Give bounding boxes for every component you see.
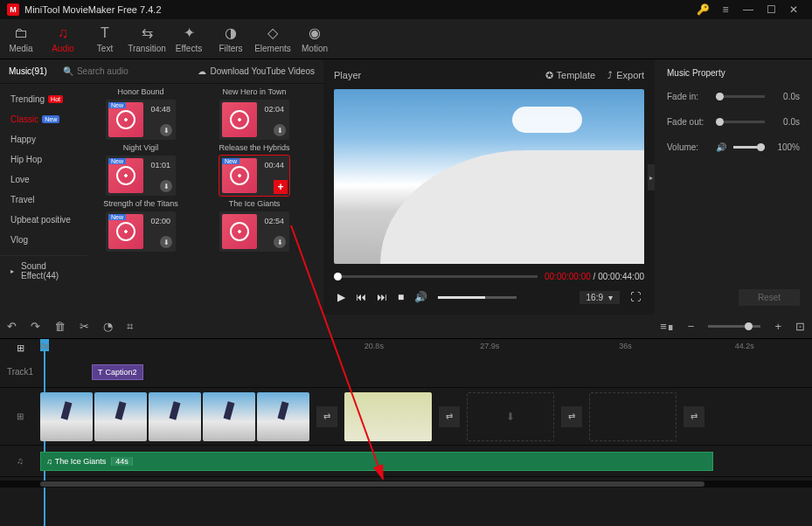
- export-icon: ⤴: [607, 70, 613, 80]
- drop-zone[interactable]: ⬇: [467, 392, 554, 441]
- add-to-timeline-button[interactable]: +: [274, 180, 288, 194]
- category-love[interactable]: Love: [0, 170, 87, 190]
- chevron-down-icon: ▾: [608, 293, 613, 302]
- category-happy[interactable]: Happy: [0, 129, 87, 149]
- video-track-icon: ⊞: [0, 412, 40, 421]
- drop-zone[interactable]: [589, 392, 677, 441]
- speed-button[interactable]: ◔: [103, 320, 113, 333]
- tab-text[interactable]: TText: [84, 25, 126, 53]
- video-preview[interactable]: [334, 89, 644, 264]
- aspect-ratio-select[interactable]: 16:9▾: [580, 291, 620, 304]
- audio-waveform-icon[interactable]: ≡∎: [660, 320, 674, 333]
- folder-icon: 🗀: [0, 25, 42, 41]
- download-youtube-button[interactable]: ☁Download YouTube Videos: [189, 66, 323, 76]
- volume-icon[interactable]: 🔊: [414, 291, 427, 303]
- download-icon[interactable]: ⬇: [160, 236, 172, 248]
- tab-motion[interactable]: ◉Motion: [294, 24, 336, 53]
- fullscreen-button[interactable]: ⛶: [630, 291, 641, 303]
- cloud-download-icon: ☁: [198, 66, 206, 76]
- download-icon[interactable]: ⬇: [274, 236, 286, 248]
- video-clip[interactable]: [257, 392, 309, 441]
- menu-icon[interactable]: ≡: [714, 3, 737, 16]
- fadeout-slider[interactable]: [716, 121, 765, 123]
- search-input[interactable]: 🔍Search audio: [56, 66, 190, 76]
- video-clip[interactable]: [203, 392, 255, 441]
- audio-grid: Honor Bound New04:48⬇ New Hero in Town 0…: [87, 84, 323, 315]
- seek-slider[interactable]: [334, 275, 538, 278]
- transition-slot[interactable]: ⇄: [439, 406, 460, 427]
- time-ruler[interactable]: 0s 20.8s 27.9s 36s 44.2s: [40, 339, 812, 356]
- tab-audio[interactable]: ♫Audio: [42, 25, 84, 53]
- zoom-slider[interactable]: [708, 325, 760, 328]
- filter-icon: ◑: [210, 24, 252, 41]
- undo-button[interactable]: ↶: [7, 320, 17, 333]
- delete-button[interactable]: 🗑: [54, 320, 66, 333]
- transition-slot[interactable]: ⇄: [316, 406, 337, 427]
- crop-button[interactable]: ⌗: [127, 320, 133, 334]
- category-upbeat[interactable]: Upbeat positive: [0, 210, 87, 230]
- volume-prop-slider[interactable]: [733, 146, 765, 149]
- tab-media[interactable]: 🗀Media: [0, 25, 42, 53]
- audio-item[interactable]: New Hero in Town 02:04⬇: [206, 87, 302, 140]
- reset-button[interactable]: Reset: [739, 289, 800, 306]
- fadein-slider[interactable]: [716, 95, 765, 98]
- transition-slot[interactable]: ⇄: [684, 406, 704, 427]
- export-button[interactable]: ⤴Export: [607, 70, 644, 80]
- track-label: Track1: [0, 367, 40, 377]
- next-frame-button[interactable]: ⏭: [377, 291, 387, 303]
- player-panel: Player ✪Template ⤴Export 00:00:00:00 / 0…: [327, 59, 651, 315]
- redo-button[interactable]: ↷: [31, 320, 40, 333]
- caption-clip[interactable]: TCaption2: [92, 364, 143, 380]
- video-clip[interactable]: [149, 392, 201, 441]
- audio-item[interactable]: Night Vigil New01:01⬇: [93, 143, 189, 196]
- zoom-in-button[interactable]: +: [774, 320, 781, 333]
- video-clip[interactable]: [94, 392, 147, 441]
- close-icon[interactable]: ✕: [782, 3, 805, 16]
- category-vlog[interactable]: Vlog: [0, 230, 87, 250]
- audio-library: Music(91) 🔍Search audio ☁Download YouTub…: [0, 59, 323, 315]
- sparkle-icon: ✦: [168, 24, 210, 41]
- audio-item[interactable]: Honor Bound New04:48⬇: [93, 87, 189, 140]
- app-title: MiniTool MovieMaker Free 7.4.2: [24, 4, 162, 15]
- panel-title: Music Property: [667, 68, 800, 78]
- library-category-label[interactable]: Music(91): [0, 66, 56, 76]
- timeline-scrollbar[interactable]: [0, 481, 812, 488]
- tab-filters[interactable]: ◑Filters: [210, 24, 252, 53]
- maximize-icon[interactable]: ☐: [760, 3, 782, 16]
- zoom-fit-button[interactable]: ⊡: [795, 320, 805, 333]
- audio-item[interactable]: The Ice Giants 02:54⬇: [206, 199, 302, 252]
- stop-button[interactable]: ■: [398, 291, 404, 303]
- split-button[interactable]: ✂: [80, 320, 89, 333]
- collapse-panel-button[interactable]: ▸: [648, 164, 655, 190]
- tab-elements[interactable]: ◇Elements: [252, 24, 294, 53]
- search-icon: 🔍: [63, 66, 73, 76]
- prev-frame-button[interactable]: ⏮: [356, 291, 366, 303]
- template-button[interactable]: ✪Template: [545, 70, 596, 81]
- audio-item-selected[interactable]: Release the Hybrids New00:44+: [206, 143, 302, 196]
- download-icon[interactable]: ⬇: [274, 124, 286, 136]
- download-icon[interactable]: ⬇: [160, 180, 172, 192]
- video-clip[interactable]: [40, 392, 93, 441]
- category-soundeffect[interactable]: Sound Effect(44): [0, 255, 87, 286]
- timeline-options-icon[interactable]: ⊞: [0, 339, 40, 356]
- transition-icon: ⇆: [126, 24, 168, 41]
- minimize-icon[interactable]: —: [737, 3, 760, 16]
- play-button[interactable]: ▶: [337, 291, 345, 303]
- video-track[interactable]: ⇄ ⇄ ⬇ ⇄ ⇄: [40, 388, 812, 445]
- tab-effects[interactable]: ✦Effects: [168, 24, 210, 53]
- category-hiphop[interactable]: Hip Hop: [0, 149, 87, 170]
- category-trending[interactable]: TrendingHot: [0, 89, 87, 109]
- app-logo: M: [7, 3, 19, 16]
- tab-transition[interactable]: ⇆Transition: [126, 24, 168, 53]
- volume-slider[interactable]: [438, 296, 517, 299]
- zoom-out-button[interactable]: −: [688, 320, 695, 333]
- category-travel[interactable]: Travel: [0, 190, 87, 210]
- transition-slot[interactable]: ⇄: [561, 406, 582, 427]
- category-classic[interactable]: ClassicNew: [0, 109, 87, 129]
- video-clip[interactable]: [344, 392, 432, 441]
- audio-item[interactable]: Strength of the Titans New02:00⬇: [93, 199, 189, 252]
- license-key-icon[interactable]: 🔑: [691, 3, 714, 16]
- audio-clip[interactable]: ♫The Ice Giants 44s: [40, 452, 713, 471]
- download-icon[interactable]: ⬇: [160, 124, 172, 136]
- audio-track[interactable]: ♫The Ice Giants 44s: [40, 446, 812, 476]
